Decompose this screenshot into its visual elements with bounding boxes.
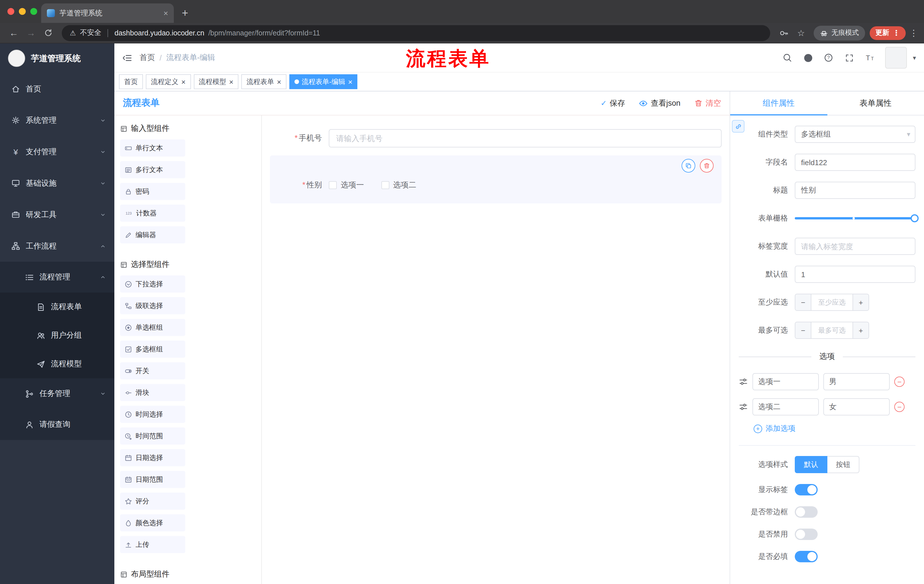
sidebar-item-infrastructure[interactable]: 基础设施	[0, 168, 114, 199]
sidebar-toggle-button[interactable]	[114, 43, 140, 72]
increase-button[interactable]: +	[853, 322, 868, 338]
browser-tab[interactable]: 芋道管理系统 ×	[41, 3, 174, 23]
min-select-value[interactable]: 至少应选	[811, 294, 853, 310]
disabled-toggle[interactable]	[795, 528, 818, 540]
palette-item-cascader[interactable]: 级联选择	[120, 297, 185, 314]
sidebar-logo[interactable]: 芋道管理系统	[0, 43, 114, 73]
fullscreen-button[interactable]	[841, 49, 858, 66]
palette-item-select[interactable]: 下拉选择	[120, 275, 185, 293]
sidebar-item-process-form[interactable]: 流程表单	[0, 293, 114, 321]
title-input[interactable]	[795, 182, 916, 199]
option-name-input[interactable]	[752, 373, 819, 390]
sidebar-item-payment-management[interactable]: ¥ 支付管理	[0, 136, 114, 168]
label-width-input[interactable]	[795, 238, 916, 255]
component-type-select[interactable]: 多选框组 ▾	[795, 126, 916, 143]
palette-item-multi-text[interactable]: 多行文本	[120, 161, 185, 178]
address-bar[interactable]: ⚠ 不安全 dashboard.yudao.iocoder.cn /bpm/ma…	[62, 25, 770, 41]
tag-close-icon[interactable]: ×	[229, 78, 233, 86]
tag-process-form[interactable]: 流程表单 ×	[241, 74, 286, 89]
phone-field-row[interactable]: *手机号	[270, 129, 722, 147]
palette-item-switch[interactable]: 开关	[120, 362, 185, 380]
add-option-button[interactable]: + 添加选项	[754, 423, 916, 434]
github-button[interactable]	[800, 49, 817, 66]
breadcrumb-home[interactable]: 首页	[140, 53, 155, 63]
option-name-input[interactable]	[752, 398, 819, 415]
save-button[interactable]: ✓ 保存	[601, 98, 625, 108]
palette-item-password[interactable]: 密码	[120, 183, 185, 200]
sidebar-item-home[interactable]: 首页	[0, 73, 114, 105]
sidebar-item-process-management[interactable]: 流程管理	[0, 262, 114, 293]
search-button[interactable]	[779, 49, 796, 66]
copy-item-button[interactable]	[681, 159, 695, 173]
drag-handle-icon[interactable]	[739, 402, 748, 411]
user-avatar[interactable]	[885, 47, 907, 69]
palette-item-single-text[interactable]: 单行文本	[120, 140, 185, 156]
style-button-button[interactable]: 按钮	[827, 456, 860, 473]
reload-button[interactable]	[40, 25, 56, 41]
checkbox-box[interactable]	[329, 181, 337, 189]
max-select-value[interactable]: 最多可选	[811, 322, 853, 338]
tab-component-props[interactable]: 组件属性	[730, 91, 827, 115]
security-warning-icon[interactable]: ⚠	[70, 29, 76, 37]
palette-item-time-picker[interactable]: 时间选择	[120, 406, 185, 423]
tag-close-icon[interactable]: ×	[348, 78, 353, 86]
palette-item-date-range[interactable]: 日期范围	[120, 471, 185, 488]
phone-input[interactable]	[329, 129, 722, 147]
style-default-button[interactable]: 默认	[795, 456, 827, 473]
tag-close-icon[interactable]: ×	[181, 78, 186, 86]
slider-track[interactable]	[795, 217, 916, 219]
decrease-button[interactable]: −	[795, 294, 811, 310]
required-toggle[interactable]	[795, 551, 818, 562]
default-value-input[interactable]	[795, 266, 916, 283]
sidebar-item-task-management[interactable]: 任务管理	[0, 378, 114, 409]
option-value-input[interactable]	[823, 398, 890, 415]
checkbox-box[interactable]	[381, 181, 389, 189]
palette-item-radio-group[interactable]: 单选框组	[120, 319, 185, 336]
sidebar-item-devtools[interactable]: 研发工具	[0, 199, 114, 230]
font-size-button[interactable]	[861, 49, 879, 66]
bookmark-star-icon[interactable]: ☆	[793, 25, 809, 41]
palette-item-counter[interactable]: 计数器	[120, 204, 185, 222]
sidebar-item-leave-query[interactable]: 请假查询	[0, 409, 114, 440]
tag-process-form-edit[interactable]: 流程表单-编辑 ×	[289, 74, 358, 89]
forward-button[interactable]: →	[23, 25, 39, 41]
tab-form-props[interactable]: 表单属性	[827, 91, 924, 115]
link-icon[interactable]	[732, 120, 744, 133]
help-button[interactable]	[820, 49, 837, 66]
sidebar-item-user-group[interactable]: 用户分组	[0, 321, 114, 350]
palette-item-editor[interactable]: 编辑器	[120, 226, 185, 243]
window-minimize-button[interactable]	[19, 8, 26, 15]
palette-item-date-picker[interactable]: 日期选择	[120, 449, 185, 466]
browser-menu-icon[interactable]: ⋮	[893, 29, 900, 37]
palette-item-color-picker[interactable]: 颜色选择	[120, 514, 185, 531]
field-name-input[interactable]	[795, 154, 916, 171]
delete-item-button[interactable]	[700, 159, 714, 173]
option-value-input[interactable]	[823, 373, 890, 390]
clear-button[interactable]: 清空	[694, 98, 721, 108]
grid-slider[interactable]	[795, 210, 916, 227]
browser-update-button[interactable]: 更新 ⋮	[870, 26, 906, 40]
sidebar-item-process-model[interactable]: 流程模型	[0, 350, 114, 378]
palette-item-upload[interactable]: 上传	[120, 536, 185, 553]
gender-field-selected[interactable]: *性别 选项一 选项二	[270, 155, 722, 204]
new-tab-button[interactable]: +	[182, 7, 188, 18]
avatar-caret-icon[interactable]: ▾	[913, 54, 916, 61]
view-json-button[interactable]: 查看json	[639, 98, 680, 108]
palette-item-checkbox-group[interactable]: 多选框组	[120, 341, 185, 358]
gender-checkbox-option2[interactable]: 选项二	[381, 180, 416, 190]
tab-close-icon[interactable]: ×	[163, 9, 168, 17]
bordered-toggle[interactable]	[795, 506, 818, 518]
password-key-icon[interactable]	[776, 25, 792, 41]
palette-item-slider[interactable]: 滑块	[120, 384, 185, 401]
slider-handle[interactable]	[911, 214, 919, 222]
tag-process-model[interactable]: 流程模型 ×	[193, 74, 238, 89]
back-button[interactable]: ←	[6, 25, 22, 41]
browser-overflow-menu[interactable]: ⋮	[909, 28, 918, 38]
tag-process-definition[interactable]: 流程定义 ×	[146, 74, 191, 89]
show-label-toggle[interactable]	[795, 484, 818, 495]
palette-item-time-range[interactable]: 时间范围	[120, 428, 185, 444]
window-zoom-button[interactable]	[30, 8, 37, 15]
tag-close-icon[interactable]: ×	[277, 78, 281, 86]
decrease-button[interactable]: −	[795, 322, 811, 338]
remove-option-button[interactable]: −	[894, 402, 904, 412]
